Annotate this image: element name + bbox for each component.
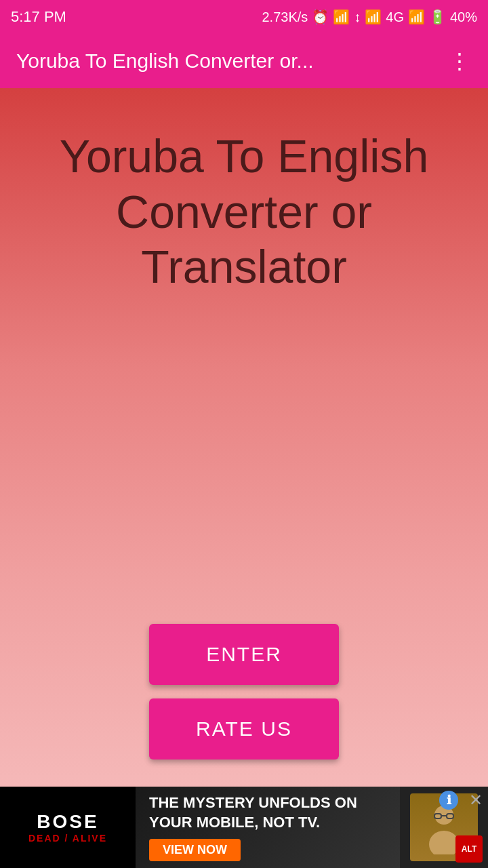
status-bar: 5:17 PM 2.73K/s ⏰ 📶 ↕ 📶 4G 📶 🔋 40% (0, 0, 488, 34)
ad-close-icon[interactable]: ✕ (469, 791, 483, 810)
ad-brand-area: BOSE DEAD / ALIVE (0, 787, 136, 868)
app-bar: Yoruba To English Converter or... ⋮ (0, 34, 488, 88)
ad-info-icon[interactable]: ℹ (439, 791, 458, 810)
ad-cta-button[interactable]: VIEW NOW (149, 839, 241, 861)
battery-icon: 🔋 (429, 9, 446, 25)
ad-banner: BOSE DEAD / ALIVE THE MYSTERY UNFOLDS ON… (0, 787, 488, 868)
data-icon: ↕ (354, 9, 361, 25)
wifi-icon: 📶 (333, 9, 350, 25)
more-options-icon[interactable]: ⋮ (449, 48, 472, 74)
ad-headline: THE MYSTERY UNFOLDS ON YOUR MOBILE, NOT … (149, 793, 386, 832)
signal-icon: 📶 (365, 9, 382, 25)
status-icons: 2.73K/s ⏰ 📶 ↕ 📶 4G 📶 🔋 40% (262, 9, 477, 25)
status-time: 5:17 PM (11, 8, 66, 26)
time-display: 5:17 PM (11, 8, 66, 26)
ad-content-area[interactable]: THE MYSTERY UNFOLDS ON YOUR MOBILE, NOT … (136, 787, 400, 868)
app-title: Yoruba To English Converter or Translato… (20, 129, 468, 295)
ad-sub-brand: DEAD / ALIVE (28, 833, 107, 844)
signal-icon-2: 📶 (408, 9, 425, 25)
4g-label: 4G (386, 9, 404, 25)
alarm-icon: ⏰ (312, 9, 329, 25)
main-content: Yoruba To English Converter or Translato… (0, 88, 488, 787)
ad-alt-badge: ALT (455, 835, 483, 863)
buttons-container: ENTER RATE US (0, 624, 488, 760)
network-speed: 2.73K/s (262, 9, 308, 25)
enter-button[interactable]: ENTER (149, 624, 339, 685)
app-bar-title: Yoruba To English Converter or... (16, 50, 314, 73)
svg-point-1 (429, 831, 459, 854)
ad-brand-name: BOSE (37, 811, 98, 833)
rate-us-button[interactable]: RATE US (149, 698, 339, 760)
battery-percent: 40% (450, 9, 477, 25)
